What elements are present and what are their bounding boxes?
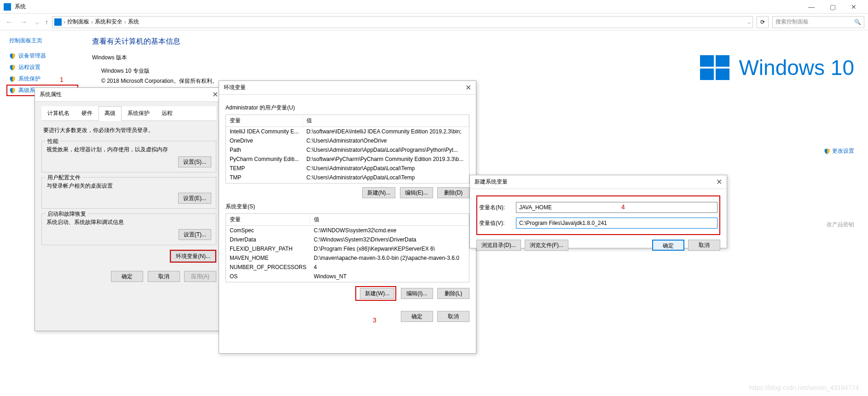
- table-row[interactable]: DriverDataC:\Windows\System32\Drivers\Dr…: [226, 235, 469, 244]
- windows-logo-text: Windows 10: [739, 55, 854, 80]
- user-edit-button[interactable]: 编辑(E)...: [400, 187, 433, 198]
- window-title: 系统: [15, 3, 801, 11]
- startup-recovery-group: 启动和故障恢复 系统启动、系统故障和调试信息 设置(T)...: [41, 213, 216, 245]
- search-input[interactable]: 搜索控制面板 🔍: [772, 16, 864, 28]
- watermark: https://blog.csdn.net/weixin_43184774: [749, 384, 859, 391]
- table-row[interactable]: PathC:\Program Files (x86)\Common Files\…: [226, 281, 469, 282]
- browse-file-button[interactable]: 浏览文件(F)...: [525, 240, 568, 251]
- search-placeholder: 搜索控制面板: [775, 18, 809, 26]
- table-row[interactable]: FLEXID_LIBRARY_PATHD:\Program Files (x86…: [226, 244, 469, 253]
- var-name-input[interactable]: [516, 202, 718, 213]
- history-dropdown[interactable]: ⌵: [33, 17, 41, 26]
- table-row[interactable]: PyCharm Community Editi...D:\software\Py…: [226, 155, 469, 164]
- breadcrumb[interactable]: › 控制面板 › 系统和安全 › 系统 ⌵: [52, 16, 753, 28]
- back-button[interactable]: ←: [4, 18, 15, 26]
- table-row[interactable]: OSWindows_NT: [226, 272, 469, 281]
- annotation-1: 1: [60, 76, 64, 83]
- breadcrumb-dropdown[interactable]: ⌵: [747, 19, 751, 25]
- up-button[interactable]: ↑: [45, 18, 48, 26]
- table-row[interactable]: OneDriveC:\Users\Administrator\OneDrive: [226, 136, 469, 145]
- sys-vars-table[interactable]: 变量值 ComSpecC:\WINDOWS\system32\cmd.exeDr…: [226, 213, 469, 282]
- tabs: 计算机名 硬件 高级 系统保护 远程: [41, 106, 216, 121]
- performance-group: 性能 视觉效果，处理器计划，内存使用，以及虚拟内存 设置(S)...: [41, 141, 216, 172]
- forward-button[interactable]: →: [18, 18, 29, 26]
- user-vars-label: Administrator 的用户变量(U): [226, 104, 469, 112]
- ok-button[interactable]: 确定: [652, 240, 684, 251]
- windows-logo-icon: [700, 55, 729, 80]
- sys-vars-label: 系统变量(S): [226, 203, 469, 211]
- sidebar-item-system-protection[interactable]: 系统保护: [9, 73, 78, 85]
- tab-advanced[interactable]: 高级: [98, 106, 122, 121]
- user-delete-button[interactable]: 删除(D): [437, 187, 469, 198]
- window-controls: — ▢ ✕: [801, 0, 864, 14]
- annotation-4: 4: [621, 203, 625, 211]
- close-icon[interactable]: ✕: [212, 90, 218, 99]
- sidebar-item-remote-settings[interactable]: 远程设置: [9, 62, 78, 73]
- startup-settings-button[interactable]: 设置(T)...: [179, 229, 211, 240]
- shield-icon: [9, 76, 16, 82]
- table-row[interactable]: NUMBER_OF_PROCESSORS4: [226, 263, 469, 272]
- sys-edit-button[interactable]: 编辑(I)...: [401, 288, 433, 299]
- tab-hardware[interactable]: 硬件: [75, 106, 98, 121]
- table-row[interactable]: ComSpecC:\WINDOWS\system32\cmd.exe: [226, 226, 469, 235]
- breadcrumb-seg[interactable]: 系统和安全: [93, 18, 124, 26]
- breadcrumb-seg[interactable]: 系统: [126, 18, 141, 26]
- browse-dir-button[interactable]: 浏览目录(D)...: [476, 240, 521, 251]
- app-icon: [4, 3, 11, 11]
- sidebar-header[interactable]: 控制面板主页: [9, 37, 78, 45]
- page-heading: 查看有关计算机的基本信息: [92, 37, 859, 46]
- refresh-button[interactable]: ⟳: [757, 16, 769, 28]
- profile-settings-button[interactable]: 设置(E)...: [178, 193, 211, 204]
- windows-logo: Windows 10: [700, 55, 854, 80]
- user-profile-group: 用户配置文件 与登录帐户相关的桌面设置 设置(E)...: [41, 177, 216, 209]
- minimize-button[interactable]: —: [801, 0, 822, 14]
- cancel-button[interactable]: 取消: [148, 271, 180, 282]
- change-settings-link[interactable]: 更改设置: [824, 147, 854, 155]
- breadcrumb-seg[interactable]: 控制面板: [65, 18, 91, 26]
- maximize-button[interactable]: ▢: [822, 0, 843, 14]
- cancel-button[interactable]: 取消: [688, 240, 720, 251]
- table-row[interactable]: TEMPC:\Users\Administrator\AppData\Local…: [226, 164, 469, 173]
- env-vars-button[interactable]: 环境变量(N)...: [171, 251, 215, 262]
- dialog-titlebar: 环境变量 ✕: [219, 81, 476, 95]
- var-name-label: 变量名(N):: [479, 204, 516, 212]
- search-icon: 🔍: [854, 19, 861, 25]
- tab-computer-name[interactable]: 计算机名: [41, 106, 75, 121]
- sidebar-item-device-manager[interactable]: 设备管理器: [9, 50, 78, 62]
- table-row[interactable]: IntelliJ IDEA Community E...D:\software\…: [226, 127, 469, 137]
- table-row[interactable]: PathC:\Users\Administrator\AppData\Local…: [226, 145, 469, 155]
- tab-remote[interactable]: 远程: [156, 106, 179, 121]
- dialog-titlebar: 系统属性 ✕: [35, 88, 223, 102]
- var-value-label: 变量值(V):: [479, 219, 516, 227]
- shield-icon: [824, 148, 830, 155]
- close-icon[interactable]: ✕: [465, 83, 471, 92]
- shield-icon: [9, 64, 16, 71]
- sys-delete-button[interactable]: 删除(L): [437, 288, 469, 299]
- tab-system-protection[interactable]: 系统保护: [122, 106, 156, 121]
- perf-settings-button[interactable]: 设置(S)...: [178, 156, 211, 167]
- dialog-titlebar: 新建系统变量 ✕: [470, 175, 727, 189]
- table-row[interactable]: TMPC:\Users\Administrator\AppData\Local\…: [226, 173, 469, 182]
- close-button[interactable]: ✕: [843, 0, 864, 14]
- breadcrumb-icon: [54, 18, 62, 26]
- shield-icon: [9, 53, 16, 59]
- table-row[interactable]: MAVEN_HOMED:\maven\apache-maven-3.6.0-bi…: [226, 253, 469, 263]
- shield-icon: [9, 87, 16, 94]
- cancel-button[interactable]: 取消: [437, 311, 469, 322]
- navbar: ← → ⌵ ↑ › 控制面板 › 系统和安全 › 系统 ⌵ ⟳ 搜索控制面板 🔍: [0, 14, 868, 30]
- apply-button[interactable]: 应用(A): [184, 271, 216, 282]
- user-vars-table[interactable]: 变量值 IntelliJ IDEA Community E...D:\softw…: [226, 115, 469, 184]
- sys-new-button[interactable]: 新建(W)...: [360, 288, 394, 299]
- annotation-3: 3: [373, 316, 376, 324]
- system-properties-dialog: 系统属性 ✕ 计算机名 硬件 高级 系统保护 远程 要进行大多数更改，你必须作为…: [35, 87, 223, 331]
- dialog-title: 新建系统变量: [475, 178, 716, 186]
- ok-button[interactable]: 确定: [401, 311, 433, 322]
- user-new-button[interactable]: 新建(N)...: [362, 187, 396, 198]
- close-icon[interactable]: ✕: [716, 178, 722, 186]
- ok-button[interactable]: 确定: [111, 271, 143, 282]
- product-key-link[interactable]: 改产品密钥: [827, 221, 854, 229]
- dialog-title: 系统属性: [40, 91, 212, 98]
- var-value-input[interactable]: [516, 218, 718, 229]
- admin-note: 要进行大多数更改，你必须作为管理员登录。: [41, 121, 216, 136]
- dialog-title: 环境变量: [224, 84, 465, 92]
